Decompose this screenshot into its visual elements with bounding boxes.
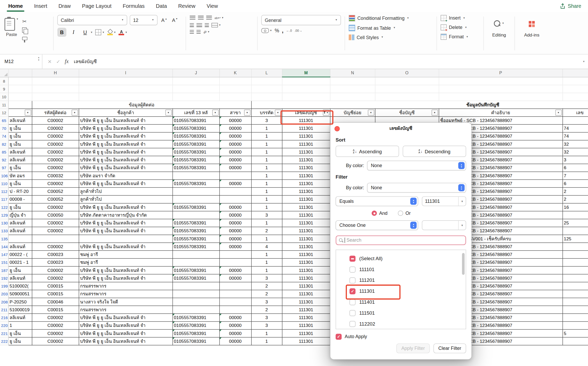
cell-l[interactable]: 3 <box>251 298 282 306</box>
filter-by-color-select[interactable]: None ▲▼ <box>367 183 466 192</box>
filter-dropdown-button[interactable]: ▼ <box>275 109 281 115</box>
cell-i[interactable]: กรมสรรพากร <box>79 282 172 290</box>
cell-j[interactable]: 0105557083391 <box>172 179 219 187</box>
cell[interactable] <box>330 77 375 85</box>
checkbox-unchecked[interactable] <box>349 310 355 316</box>
filter-dropdown-button[interactable]: ▼ <box>368 109 374 115</box>
cell-q[interactable] <box>562 227 588 235</box>
increase-decimal-icon[interactable] <box>286 29 292 32</box>
cell[interactable] <box>251 93 282 101</box>
cell-h[interactable]: C00015 <box>32 282 79 290</box>
cell-i[interactable]: บริษัท พี ยู ยู เอ็น อินเทลลิเจนท์ จำ <box>79 156 172 164</box>
cell-i[interactable]: บริษัท พี ยู ยู เอ็น อินเทลลิเจนท์ จำ <box>79 337 172 345</box>
row-header[interactable]: 85 <box>0 148 8 156</box>
cell-q[interactable] <box>562 298 588 306</box>
filter-list-item[interactable]: 112202 <box>336 318 466 329</box>
header-cell-j[interactable]: เลขที่ 13 หลั▼ <box>172 108 219 116</box>
cell-l[interactable]: 3 <box>251 211 282 219</box>
cell-l[interactable]: 1 <box>251 148 282 156</box>
name-box[interactable]: M12 ▲▼ <box>0 54 42 69</box>
cell-k[interactable]: 00000 <box>219 124 251 132</box>
row-header[interactable]: 222 <box>0 337 8 345</box>
cell-k[interactable]: 00000 <box>219 274 251 282</box>
group-header-accounting[interactable]: ข้อมูลบันทึกบัญชี <box>251 101 588 108</box>
filter-dropdown-button[interactable]: ▼ <box>212 109 218 115</box>
column-header-partial[interactable] <box>562 69 588 77</box>
fill-color-button[interactable]: ▼ <box>107 29 116 35</box>
comma-style-button[interactable]: , <box>282 29 283 32</box>
cell-q[interactable] <box>562 306 588 313</box>
cell-a[interactable]: 00022 - ( <box>8 251 32 258</box>
cell-j[interactable] <box>172 290 219 298</box>
cell-h[interactable]: C00002 <box>32 337 79 345</box>
menu-tab-formulas[interactable]: Formulas <box>123 0 145 12</box>
apply-filter-button[interactable]: Apply Filter <box>397 344 430 353</box>
cell-j[interactable]: 0105557083391 <box>172 274 219 282</box>
cell-l[interactable]: 3 <box>251 321 282 329</box>
cell[interactable] <box>32 85 79 93</box>
cell-j[interactable]: 0105557083391 <box>172 313 219 321</box>
cell-i[interactable]: บริษัท พี ยู ยู เอ็น อินเทลลิเจนท์ จำ <box>79 329 172 337</box>
cell-i[interactable]: บริษัท พี ยู ยู เอ็น อินเทลลิเจนท์ จำ <box>79 164 172 172</box>
auto-apply-checkbox[interactable]: Auto Apply <box>336 334 466 340</box>
cell-h[interactable]: C00015 <box>32 290 79 298</box>
cell-h[interactable]: C00002 <box>32 274 79 282</box>
row-header[interactable]: 92 <box>0 156 8 164</box>
cell-q[interactable] <box>562 274 588 282</box>
cell-k[interactable]: 00000 <box>219 116 251 124</box>
cell-h[interactable]: C00002 <box>32 227 79 235</box>
cell-l[interactable]: 1 <box>251 172 282 179</box>
cell-h[interactable]: C00002 <box>32 242 79 250</box>
cell-i[interactable]: บริษัท อมรา จำกัด <box>79 172 172 179</box>
cell-l[interactable]: 1 <box>251 266 282 274</box>
cell[interactable] <box>282 85 330 93</box>
row-header[interactable]: 135 <box>0 235 8 242</box>
row-header[interactable]: 220 <box>0 321 8 329</box>
cell-m[interactable]: 111301 <box>282 290 330 298</box>
cell-k[interactable]: 00000 <box>219 235 251 242</box>
combo-dropdown-icon[interactable]: ▼ <box>458 197 466 206</box>
cell-m[interactable]: 111301 <box>282 132 330 140</box>
row-header[interactable]: 208 <box>0 298 8 306</box>
cell-q[interactable] <box>562 251 588 258</box>
header-cell-h[interactable]: รหัสผู้ติดต่อ▼ <box>32 108 79 116</box>
cell-h[interactable]: C00002 <box>32 313 79 321</box>
decrease-decimal-icon[interactable] <box>295 29 302 32</box>
orientation-button[interactable]: ▼ <box>203 30 210 34</box>
cell-h[interactable]: C00050 <box>32 211 79 219</box>
align-left-icon[interactable] <box>190 23 194 27</box>
filter-dropdown-button[interactable]: ▼ <box>431 109 438 115</box>
row-header[interactable]: 12 <box>0 108 8 116</box>
cell-m[interactable]: 111301 <box>282 298 330 306</box>
cell-i[interactable]: กรมสรรพากร <box>79 306 172 313</box>
cell-k[interactable] <box>219 172 251 179</box>
cell-l[interactable]: 1 <box>251 329 282 337</box>
cell-m[interactable]: 111301 <box>282 203 330 211</box>
cell-a[interactable]: ยู เอ็น <box>8 266 32 274</box>
cell-k[interactable] <box>219 306 251 313</box>
cell-i[interactable]: บริษัท พี ยู ยู เอ็น อินเทลลิเจนท์ จำ <box>79 227 172 235</box>
cell-a[interactable]: ลลิเจนท์ <box>8 156 32 164</box>
copy-icon[interactable] <box>22 27 27 33</box>
cell-j[interactable]: 0105557083391 <box>172 164 219 172</box>
cell[interactable] <box>79 77 172 85</box>
cell-a[interactable]: ลลิเจนท์ <box>8 274 32 282</box>
cell-q[interactable] <box>562 242 588 250</box>
paste-button[interactable]: ▼ <box>4 18 18 31</box>
cell-a[interactable]: P-20250 <box>8 298 32 306</box>
cell[interactable] <box>32 93 79 101</box>
menu-tab-page-layout[interactable]: Page Layout <box>82 0 111 12</box>
cell-q[interactable] <box>562 282 588 290</box>
cell-a[interactable]: ยู เอ็น <box>8 124 32 132</box>
header-cell-k[interactable]: สาขา▼ <box>219 108 251 116</box>
checkbox-unchecked[interactable] <box>349 321 355 327</box>
cell-i[interactable]: บริษัท พี ยู ยู เอ็น อินเทลลิเจนท์ จำ <box>79 274 172 282</box>
cell-i[interactable]: บริษัท ภัตตาคารอาหารญี่ปุ่น จำกัด <box>79 211 172 219</box>
row-header[interactable]: 192 <box>0 274 8 282</box>
cell-a[interactable]: ยู เอ็น <box>8 164 32 172</box>
column-header-K[interactable]: K <box>219 69 251 77</box>
cell-q[interactable] <box>562 266 588 274</box>
cell-j[interactable] <box>172 187 219 195</box>
cell-q[interactable]: 5 <box>562 329 588 337</box>
and-radio[interactable]: And <box>372 211 387 216</box>
